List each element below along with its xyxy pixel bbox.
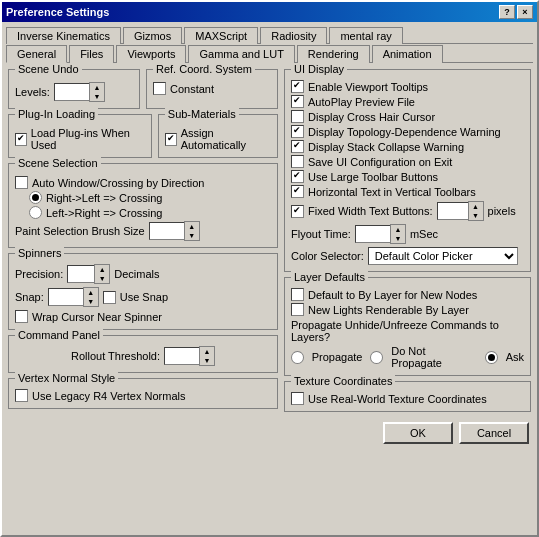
- ask-radio[interactable]: [485, 351, 498, 364]
- spinners-title: Spinners: [15, 247, 64, 259]
- snap-input[interactable]: 1.0: [48, 288, 84, 306]
- right-left-radio[interactable]: [29, 191, 42, 204]
- flyout-row: Flyout Time: 300 ▲ ▼ mSec: [291, 224, 524, 244]
- texture-coords-group: Texture Coordinates Use Real-World Textu…: [284, 381, 531, 412]
- levels-spinbox: 20 ▲ ▼: [54, 82, 105, 102]
- auto-window-label: Auto Window/Crossing by Direction: [32, 177, 204, 189]
- close-button[interactable]: ×: [517, 5, 533, 19]
- snap-spinbox-buttons: ▲ ▼: [83, 287, 99, 307]
- legacy-normals-checkbox[interactable]: [15, 389, 28, 402]
- paint-input[interactable]: 20: [149, 222, 185, 240]
- stack-collapse-checkbox[interactable]: [291, 140, 304, 153]
- main-content: Scene Undo Levels: 20 ▲ ▼ R: [2, 63, 537, 418]
- precision-down-button[interactable]: ▼: [95, 274, 109, 283]
- cancel-button[interactable]: Cancel: [459, 422, 529, 444]
- levels-up-button[interactable]: ▲: [90, 83, 104, 92]
- tab-gizmos[interactable]: Gizmos: [123, 27, 182, 44]
- fixed-width-up-button[interactable]: ▲: [469, 202, 483, 211]
- tab-viewports[interactable]: Viewports: [116, 45, 186, 63]
- stack-collapse-label: Display Stack Collapse Warning: [308, 141, 464, 153]
- precision-input[interactable]: 3: [67, 265, 95, 283]
- tab-mental-ray[interactable]: mental ray: [329, 27, 402, 44]
- load-plugins-checkbox[interactable]: [15, 133, 27, 146]
- pixels-label: pixels: [488, 205, 516, 217]
- left-right-radio[interactable]: [29, 206, 42, 219]
- enable-tooltips-checkbox[interactable]: [291, 80, 304, 93]
- command-panel-group: Command Panel Rollout Threshold: 50 ▲ ▼: [8, 335, 278, 373]
- ui-item-5: Save UI Configuration on Exit: [291, 155, 524, 168]
- new-lights-label: New Lights Renderable By Layer: [308, 304, 469, 316]
- crosshair-label: Display Cross Hair Cursor: [308, 111, 435, 123]
- flyout-up-button[interactable]: ▲: [391, 225, 405, 234]
- tab-rendering[interactable]: Rendering: [297, 45, 370, 63]
- propagate-radio-group: Propagate Do Not Propagate Ask: [291, 345, 524, 369]
- levels-spinbox-buttons: ▲ ▼: [89, 82, 105, 102]
- fixed-width-checkbox[interactable]: [291, 205, 304, 218]
- fixed-width-label: Fixed Width Text Buttons:: [308, 205, 433, 217]
- snap-down-button[interactable]: ▼: [84, 297, 98, 306]
- constant-checkbox[interactable]: [153, 82, 166, 95]
- tab-files[interactable]: Files: [69, 45, 114, 63]
- wrap-cursor-checkbox[interactable]: [15, 310, 28, 323]
- levels-down-button[interactable]: ▼: [90, 92, 104, 101]
- crosshair-checkbox[interactable]: [291, 110, 304, 123]
- autoplay-checkbox[interactable]: [291, 95, 304, 108]
- color-selector-dropdown[interactable]: Default Color Picker: [368, 247, 518, 265]
- ui-item-7: Horizontal Text in Vertical Toolbars: [291, 185, 524, 198]
- use-snap-checkbox[interactable]: [103, 291, 116, 304]
- new-lights-checkbox[interactable]: [291, 303, 304, 316]
- assign-auto-checkbox[interactable]: [165, 133, 177, 146]
- window-title: Preference Settings: [6, 6, 109, 18]
- scene-undo-group: Scene Undo Levels: 20 ▲ ▼: [8, 69, 140, 109]
- precision-up-button[interactable]: ▲: [95, 265, 109, 274]
- rollout-input[interactable]: 50: [164, 347, 200, 365]
- snap-up-button[interactable]: ▲: [84, 288, 98, 297]
- levels-input[interactable]: 20: [54, 83, 90, 101]
- tab-maxscript[interactable]: MAXScript: [184, 27, 258, 44]
- flyout-input[interactable]: 300: [355, 225, 391, 243]
- decimals-label: Decimals: [114, 268, 159, 280]
- tab-radiosity[interactable]: Radiosity: [260, 27, 327, 44]
- paint-up-button[interactable]: ▲: [185, 222, 199, 231]
- propagate-option-label: Propagate: [312, 351, 363, 363]
- real-world-checkbox[interactable]: [291, 392, 304, 405]
- ok-button[interactable]: OK: [383, 422, 453, 444]
- help-button[interactable]: ?: [499, 5, 515, 19]
- default-by-layer-checkbox[interactable]: [291, 288, 304, 301]
- ui-item-6: Use Large Toolbar Buttons: [291, 170, 524, 183]
- large-toolbar-checkbox[interactable]: [291, 170, 304, 183]
- rollout-down-button[interactable]: ▼: [200, 356, 214, 365]
- tab-general[interactable]: General: [6, 45, 67, 63]
- large-toolbar-label: Use Large Toolbar Buttons: [308, 171, 438, 183]
- save-ui-label: Save UI Configuration on Exit: [308, 156, 452, 168]
- flyout-spinbox: 300 ▲ ▼: [355, 224, 406, 244]
- save-ui-checkbox[interactable]: [291, 155, 304, 168]
- paint-label: Paint Selection Brush Size: [15, 225, 145, 237]
- paint-spinbox: 20 ▲ ▼: [149, 221, 200, 241]
- rollout-up-button[interactable]: ▲: [200, 347, 214, 356]
- title-bar-buttons: ? ×: [499, 5, 533, 19]
- msec-label: mSec: [410, 228, 438, 240]
- fixed-width-down-button[interactable]: ▼: [469, 211, 483, 220]
- topology-warning-checkbox[interactable]: [291, 125, 304, 138]
- fixed-width-spinbox-buttons: ▲ ▼: [468, 201, 484, 221]
- horizontal-text-checkbox[interactable]: [291, 185, 304, 198]
- paint-down-button[interactable]: ▼: [185, 231, 199, 240]
- ask-label: Ask: [506, 351, 524, 363]
- fixed-width-input[interactable]: 70: [437, 202, 469, 220]
- layer-defaults-group: Layer Defaults Default to By Layer for N…: [284, 277, 531, 376]
- color-selector-row: Color Selector: Default Color Picker: [291, 247, 524, 265]
- scene-selection-title: Scene Selection: [15, 157, 101, 169]
- default-by-layer-label: Default to By Layer for New Nodes: [308, 289, 477, 301]
- ref-coord-group: Ref. Coord. System Constant: [146, 69, 278, 109]
- precision-spinbox-buttons: ▲ ▼: [94, 264, 110, 284]
- flyout-down-button[interactable]: ▼: [391, 234, 405, 243]
- auto-window-checkbox[interactable]: [15, 176, 28, 189]
- propagate-radio[interactable]: [291, 351, 304, 364]
- do-not-propagate-radio[interactable]: [370, 351, 383, 364]
- tab-animation[interactable]: Animation: [372, 45, 443, 63]
- layer-defaults-title: Layer Defaults: [291, 271, 368, 283]
- tab-gamma-lut[interactable]: Gamma and LUT: [188, 45, 294, 63]
- load-plugins-label: Load Plug-ins When Used: [31, 127, 145, 151]
- tab-inverse-kinematics[interactable]: Inverse Kinematics: [6, 27, 121, 44]
